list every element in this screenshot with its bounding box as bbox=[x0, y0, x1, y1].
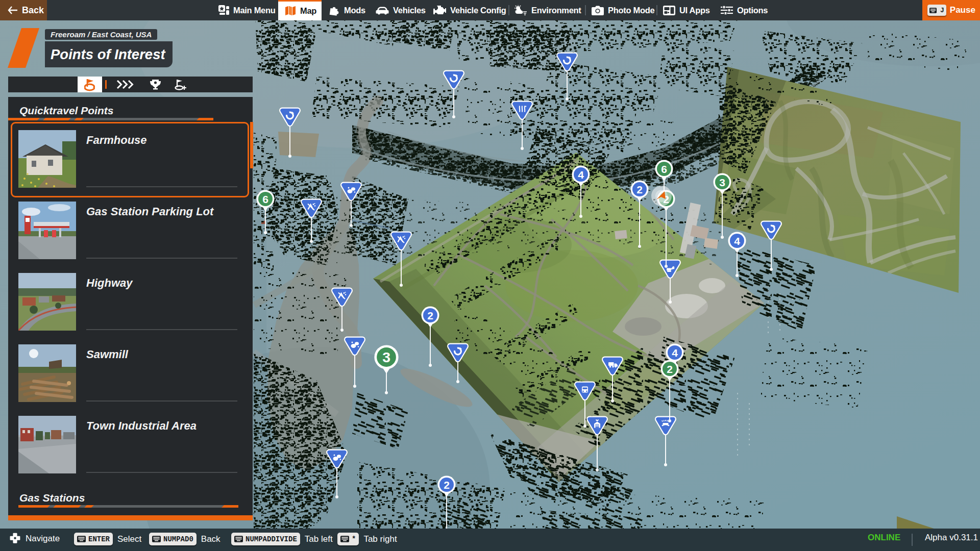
svg-text:6: 6 bbox=[262, 193, 268, 205]
svg-text:4: 4 bbox=[578, 169, 584, 181]
svg-text:3: 3 bbox=[382, 349, 390, 365]
svg-text:4: 4 bbox=[672, 347, 678, 359]
svg-text:3: 3 bbox=[719, 177, 725, 188]
svg-text:2: 2 bbox=[636, 184, 643, 195]
svg-text:2: 2 bbox=[667, 363, 673, 375]
svg-text:6: 6 bbox=[661, 163, 667, 175]
svg-text:4: 4 bbox=[734, 235, 740, 247]
svg-text:2: 2 bbox=[444, 479, 450, 491]
svg-text:2: 2 bbox=[427, 310, 433, 321]
